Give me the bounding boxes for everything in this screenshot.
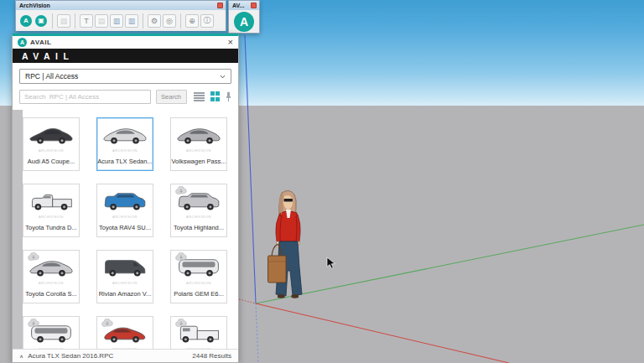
cloud-download-icon [174, 319, 188, 328]
item-thumbnail: ARCHVISION [171, 317, 226, 349]
item-label: Toyota Corolla S... [23, 286, 79, 303]
grid-view-icon[interactable] [210, 91, 221, 101]
close-icon[interactable] [217, 3, 223, 8]
library-item[interactable]: ARCHVISION Audi A5 Coupe... [23, 117, 80, 171]
search-input[interactable] [19, 90, 151, 104]
columns-b-icon[interactable]: ▥ [125, 14, 138, 28]
asset-grid: ARCHVISION Audi A5 Coupe... ARCHVISION A… [23, 110, 238, 349]
columns-a-icon[interactable]: ▥ [110, 14, 123, 28]
archvision-toolbar-window: ArchVision A▣▨T▤▥▥⚙◎⊕ⓘ [15, 0, 226, 31]
material-icon[interactable]: ▨ [57, 14, 70, 28]
library-item[interactable]: ARCHVISION Acura TLX Sedan... [96, 117, 153, 171]
archvision-window-title: ArchVision [19, 1, 50, 10]
watermark: ARCHVISION [97, 215, 153, 219]
vehicle-image [101, 189, 148, 215]
avail-logo-icon[interactable]: A [234, 12, 254, 32]
toolbar-separator [180, 13, 181, 29]
item-label: Toyota Highland... [171, 220, 226, 236]
item-label: Rivian Amazon V... [97, 286, 153, 303]
toolbar-separator [75, 13, 75, 29]
watermark: ARCHVISION [171, 215, 226, 219]
text-document-icon[interactable]: T [80, 14, 93, 28]
results-count: 2448 Results [192, 352, 231, 360]
avail-logo-icon[interactable]: A [20, 15, 32, 27]
item-thumbnail: ARCHVISION [171, 251, 226, 286]
avail-content-icon[interactable]: ▣ [35, 15, 47, 27]
avail-panel-titlebar[interactable]: A AVAIL × [13, 36, 238, 49]
item-label: Polaris GEM E6... [171, 286, 226, 303]
library-item[interactable]: ARCHVISION Toyota RAV4 SU... [96, 184, 153, 237]
sketchup-viewport[interactable]: ArchVision A▣▨T▤▥▥⚙◎⊕ⓘ AV... A A AVAIL ×… [0, 0, 644, 363]
cloud-download-icon [27, 252, 40, 262]
avail-logo-icon: A [18, 38, 27, 47]
search-row: Search [19, 89, 231, 104]
scrollbar[interactable] [13, 110, 23, 349]
item-label: Toyota Tundra D... [23, 220, 79, 236]
item-thumbnail: ARCHVISION [97, 184, 153, 220]
vehicle-image [28, 123, 75, 148]
channel-dropdown[interactable]: RPC | All Access [19, 69, 231, 84]
library-item[interactable]: ARCHVISION Polaris GEM E6... [170, 250, 227, 303]
channel-dropdown-value: RPC | All Access [25, 72, 78, 80]
library-item[interactable]: ARCHVISION Toyota Corolla S... [23, 250, 80, 303]
item-label: Toyota RAV4 SU... [97, 220, 153, 236]
item-thumbnail: ARCHVISION [171, 118, 226, 153]
watermark: ARCHVISION [23, 215, 79, 219]
vehicle-image [101, 256, 148, 281]
library-item[interactable]: ARCHVISION [23, 316, 80, 349]
item-thumbnail: ARCHVISION [97, 251, 153, 286]
archvision-titlebar[interactable]: ArchVision [16, 1, 226, 10]
chevron-down-icon [220, 74, 226, 80]
watermark: ARCHVISION [23, 281, 79, 285]
vehicle-image [101, 123, 148, 148]
library-item[interactable]: ARCHVISION [170, 316, 227, 349]
render-settings-icon[interactable]: ⚙ [148, 14, 161, 28]
avail-brand-banner: AVAIL [13, 49, 238, 63]
toolbar-separator [143, 13, 143, 29]
library-item[interactable]: ARCHVISION Volkswagen Pass... [170, 117, 227, 171]
cloud-download-icon [174, 252, 188, 262]
camera-icon[interactable]: ◎ [163, 14, 176, 28]
close-icon[interactable] [251, 3, 257, 8]
watermark: ARCHVISION [171, 281, 226, 285]
cloud-download-icon [101, 319, 114, 328]
avail-panel-title: AVAIL [30, 39, 228, 46]
status-bar: ∧ Acura TLX Sedan 2016.RPC 2448 Results [13, 349, 238, 362]
pin-icon[interactable] [226, 91, 231, 102]
globe-icon[interactable]: ⊕ [185, 14, 199, 28]
cloud-download-icon [27, 319, 40, 328]
item-thumbnail: ARCHVISION [97, 317, 153, 349]
avail-mini-titlebar[interactable]: AV... [229, 1, 259, 10]
close-icon[interactable]: × [228, 38, 233, 47]
watermark: ARCHVISION [97, 281, 153, 285]
avail-mini-window-title: AV... [232, 1, 244, 10]
item-thumbnail: ARCHVISION [23, 184, 79, 220]
watermark: ARCHVISION [23, 148, 79, 153]
avail-mini-window: AV... A [228, 0, 260, 34]
item-label: Audi A5 Coupe... [23, 153, 79, 170]
item-thumbnail: ARCHVISION [171, 184, 226, 220]
search-button[interactable]: Search [156, 90, 187, 104]
watermark: ARCHVISION [171, 148, 226, 153]
item-label: Volkswagen Pass... [171, 153, 226, 170]
list-view-icon[interactable] [194, 92, 205, 101]
item-thumbnail: ARCHVISION [97, 118, 153, 153]
library-item[interactable]: ARCHVISION Toyota Tundra D... [23, 184, 80, 237]
watermark: ARCHVISION [97, 148, 153, 153]
toolbar-separator [52, 13, 53, 29]
cloud-download-icon [174, 186, 188, 195]
item-thumbnail: ARCHVISION [23, 317, 79, 349]
selected-file-name: Acura TLX Sedan 2016.RPC [28, 352, 113, 360]
chevron-up-icon[interactable]: ∧ [19, 353, 23, 358]
library-item[interactable]: ARCHVISION [96, 316, 153, 349]
avail-panel: A AVAIL × AVAIL RPC | All Access Search [12, 34, 239, 363]
item-thumbnail: ARCHVISION [23, 251, 79, 286]
item-label: Acura TLX Sedan... [97, 153, 153, 170]
library-item[interactable]: ARCHVISION Rivian Amazon V... [96, 250, 153, 303]
vehicle-image [175, 123, 222, 148]
library-item[interactable]: ARCHVISION Toyota Highland... [170, 184, 227, 237]
item-thumbnail: ARCHVISION [23, 118, 79, 153]
vehicle-image [28, 189, 75, 215]
document-icon[interactable]: ▤ [95, 14, 108, 28]
about-icon[interactable]: ⓘ [200, 14, 214, 28]
